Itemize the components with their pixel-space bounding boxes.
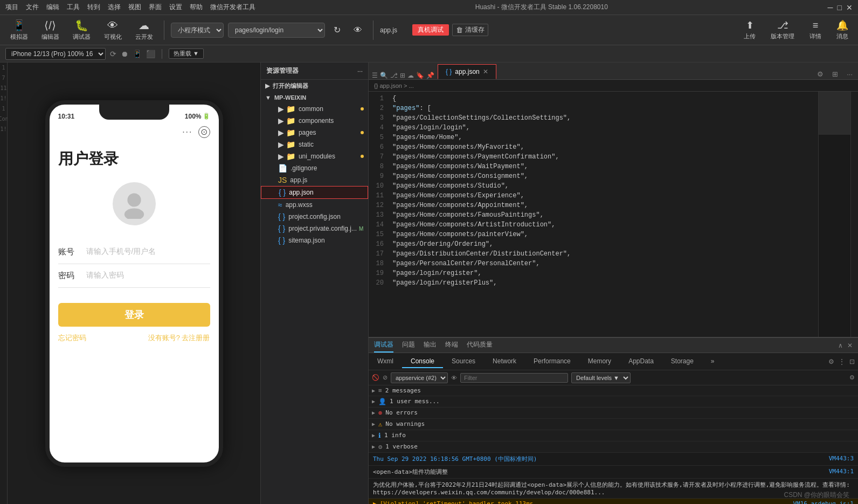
- menu-item-select[interactable]: 选择: [108, 3, 121, 12]
- tree-item-projectconfig[interactable]: { } project.config.json: [261, 211, 368, 223]
- search-file-icon[interactable]: 🔍: [380, 72, 388, 79]
- devtools-expand-icon[interactable]: ∧: [838, 342, 843, 349]
- console-no-warnings[interactable]: ▶ ⚠ No warnings: [369, 419, 858, 430]
- devtools-tab-debugger[interactable]: 调试器: [374, 338, 393, 353]
- cloud-file-icon[interactable]: ☁: [407, 72, 414, 79]
- devtools-close-icon[interactable]: ✕: [847, 342, 853, 349]
- branch-icon[interactable]: ⎇: [390, 72, 398, 79]
- devtools-tab-output[interactable]: 输出: [424, 338, 437, 353]
- appservice-select[interactable]: appservice (#2): [391, 372, 448, 383]
- preview-eye-button[interactable]: 👁: [349, 23, 366, 37]
- version-button[interactable]: ⎇ 版本管理: [766, 17, 799, 43]
- console-settings-btn[interactable]: ⚙: [849, 374, 855, 381]
- messages-button[interactable]: 🔔 消息: [832, 17, 853, 43]
- split-icon[interactable]: ⊞: [400, 72, 405, 79]
- dt-tab-storage[interactable]: Storage: [662, 355, 702, 368]
- mobile-icon[interactable]: 📱: [133, 50, 142, 58]
- tree-item-sitemap[interactable]: { } sitemap.json: [261, 234, 368, 246]
- maximize-button[interactable]: □: [838, 3, 842, 12]
- path-select[interactable]: pages/login/login: [228, 23, 325, 38]
- register-link[interactable]: 没有账号? 去注册册: [148, 333, 210, 343]
- dt-tab-more[interactable]: »: [702, 355, 723, 368]
- sidebar-toggle-icon[interactable]: ☰: [372, 72, 378, 79]
- dt-tab-network[interactable]: Network: [484, 355, 525, 368]
- open-editors-section[interactable]: ▶ 打开的编辑器: [261, 80, 368, 92]
- devtools-tab-terminal[interactable]: 终端: [445, 338, 458, 353]
- console-group-2messages[interactable]: ▶ ≡ 2 messages: [369, 385, 858, 396]
- tree-item-appjs[interactable]: JS app.js: [261, 174, 368, 186]
- tree-item-projectprivate[interactable]: { } project.private.config.j... M: [261, 223, 368, 234]
- record-icon[interactable]: ⏺: [121, 50, 128, 58]
- refresh-button[interactable]: ↻: [329, 23, 345, 37]
- preserve-log-icon[interactable]: ⊘: [383, 374, 388, 381]
- dt-tab-wxml[interactable]: Wxml: [369, 355, 402, 368]
- filter-input[interactable]: [460, 373, 568, 383]
- clear-console-icon[interactable]: 🚫: [372, 374, 379, 381]
- hotreload-button[interactable]: 热重载 ▼: [169, 49, 204, 59]
- menu-item-file[interactable]: 文件: [26, 3, 39, 12]
- explorer-more-icon[interactable]: ···: [357, 67, 363, 75]
- dt-tab-memory[interactable]: Memory: [579, 355, 620, 368]
- tree-item-appwxss[interactable]: ≈ app.wxss: [261, 199, 368, 211]
- menu-item-help[interactable]: 帮助: [190, 3, 203, 12]
- rotate-icon[interactable]: ⟳: [110, 50, 116, 58]
- details-button[interactable]: ≡ 详情: [805, 18, 826, 43]
- clearcache-button[interactable]: 🗑 清缓存: [452, 24, 488, 36]
- devtools-tab-issues[interactable]: 问题: [402, 338, 415, 353]
- device-select[interactable]: iPhone 12/13 (Pro) 100% 16: [5, 48, 106, 60]
- console-area[interactable]: ▶ ≡ 2 messages ▶ 👤 1 user mess... ▶ ⊗ No…: [369, 385, 858, 504]
- forgot-password-link[interactable]: 忘记密码: [58, 333, 86, 343]
- console-settings-icon[interactable]: ⚙: [828, 358, 834, 365]
- console-no-errors[interactable]: ▶ ⊗ No errors: [369, 408, 858, 419]
- menu-item-wx[interactable]: 微信开发者工具: [210, 3, 255, 12]
- screenshot-icon[interactable]: ⬛: [146, 50, 155, 58]
- tree-item-appjson[interactable]: { } app.json: [261, 186, 368, 199]
- real-debug-button[interactable]: 真机调试: [412, 24, 449, 36]
- console-popout-icon[interactable]: ⊡: [849, 358, 855, 365]
- close-button[interactable]: ✕: [846, 3, 853, 12]
- tab-app-json[interactable]: { } app.json ✕: [438, 64, 496, 79]
- tab-close-button[interactable]: ✕: [483, 68, 488, 75]
- mark-icon[interactable]: 🔖: [416, 72, 424, 79]
- devtools-tab-quality[interactable]: 代码质量: [467, 338, 493, 353]
- tree-item-components[interactable]: ▶ 📁 components: [261, 115, 368, 127]
- menu-item-interface[interactable]: 界面: [149, 3, 162, 12]
- editor-button[interactable]: ⟨/⟩ 编辑器: [37, 17, 64, 43]
- tree-item-pages[interactable]: ▶ 📁 pages: [261, 127, 368, 139]
- dt-tab-console[interactable]: Console: [402, 355, 443, 368]
- minimize-button[interactable]: ─: [828, 3, 833, 12]
- editor-grid-icon[interactable]: ⊞: [830, 69, 840, 79]
- eye-filter-icon[interactable]: 👁: [451, 375, 457, 381]
- dt-tab-performance[interactable]: Performance: [525, 355, 579, 368]
- editor-more-icon[interactable]: ···: [845, 69, 855, 79]
- password-input[interactable]: 请输入密码: [86, 271, 124, 280]
- menu-item-settings[interactable]: 设置: [169, 3, 182, 12]
- tree-item-common[interactable]: ▶ 📁 common: [261, 103, 368, 115]
- tree-item-static[interactable]: ▶ 📁 static: [261, 139, 368, 150]
- cloud-button[interactable]: ☁ 云开发: [130, 17, 157, 43]
- dt-tab-appdata[interactable]: AppData: [620, 355, 662, 368]
- tree-item-gitignore[interactable]: 📄 .gitignore: [261, 162, 368, 174]
- console-more-icon[interactable]: ⋮: [839, 358, 845, 365]
- mode-select[interactable]: 小程序模式: [171, 23, 224, 38]
- code-editor[interactable]: 1234567891011121314151617181920 { "pages…: [369, 92, 858, 337]
- upload-button[interactable]: ⬆ 上传: [739, 17, 760, 43]
- menu-item-edit[interactable]: 编辑: [46, 3, 59, 12]
- visual-button[interactable]: 👁 可视化: [99, 17, 126, 43]
- tree-item-uni-modules[interactable]: ▶ 📁 uni_modules: [261, 150, 368, 162]
- editor-settings-icon[interactable]: ⚙: [815, 69, 826, 79]
- console-user-messages[interactable]: ▶ 👤 1 user mess...: [369, 396, 858, 408]
- login-button[interactable]: 登录: [58, 303, 210, 327]
- menu-item-project[interactable]: 项目: [5, 3, 18, 12]
- debugger-button[interactable]: 🐛 调试器: [68, 17, 95, 43]
- mp-weixin-section[interactable]: ▼ MP-WEIXIN: [261, 92, 368, 103]
- account-input[interactable]: 请输入手机号/用户名: [86, 247, 156, 257]
- code-content[interactable]: { "pages": [ "pages/CollectionSettings/C…: [388, 92, 818, 337]
- menu-item-tools[interactable]: 工具: [67, 3, 80, 12]
- dt-tab-sources[interactable]: Sources: [443, 355, 484, 368]
- levels-select[interactable]: Default levels ▼: [571, 372, 631, 383]
- menu-item-goto[interactable]: 转到: [87, 3, 100, 12]
- menu-item-view[interactable]: 视图: [128, 3, 141, 12]
- console-1verbose[interactable]: ▶ ⚙ 1 verbose: [369, 441, 858, 453]
- console-1info[interactable]: ▶ ℹ 1 info: [369, 430, 858, 441]
